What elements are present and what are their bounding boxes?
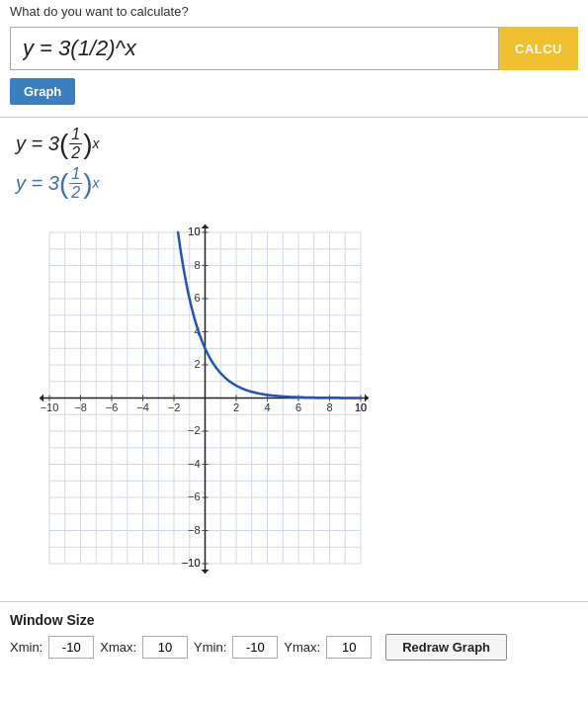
xmin-input[interactable]: [48, 636, 94, 659]
xmax-label: Xmax:: [100, 640, 136, 655]
input-row: CALCU: [0, 27, 588, 78]
graph-area: [10, 213, 380, 593]
ymin-label: Ymin:: [194, 640, 226, 655]
formula-display-black: y = 3 ( 1 2 ) x: [0, 122, 588, 163]
ymax-input[interactable]: [326, 636, 372, 659]
ymax-label: Ymax:: [284, 640, 320, 655]
question-label: What do you want to calculate?: [0, 0, 588, 27]
graph-button-row: Graph: [0, 78, 588, 113]
formula-input[interactable]: [10, 27, 499, 70]
divider-1: [0, 117, 588, 118]
ymin-input[interactable]: [232, 636, 278, 659]
window-inputs-row: Xmin: Xmax: Ymin: Ymax: Redraw Graph: [10, 634, 578, 661]
graph-button[interactable]: Graph: [10, 78, 75, 105]
formula-display-blue: y = 3 ( 1 2 ) x: [0, 163, 588, 209]
redraw-graph-button[interactable]: Redraw Graph: [385, 634, 507, 661]
xmax-input[interactable]: [142, 636, 188, 659]
window-size-section: Window Size Xmin: Xmax: Ymin: Ymax: Redr…: [0, 606, 588, 665]
calc-button[interactable]: CALCU: [499, 27, 578, 70]
xmin-label: Xmin:: [10, 640, 42, 655]
window-size-title: Window Size: [10, 612, 578, 628]
divider-2: [0, 601, 588, 602]
